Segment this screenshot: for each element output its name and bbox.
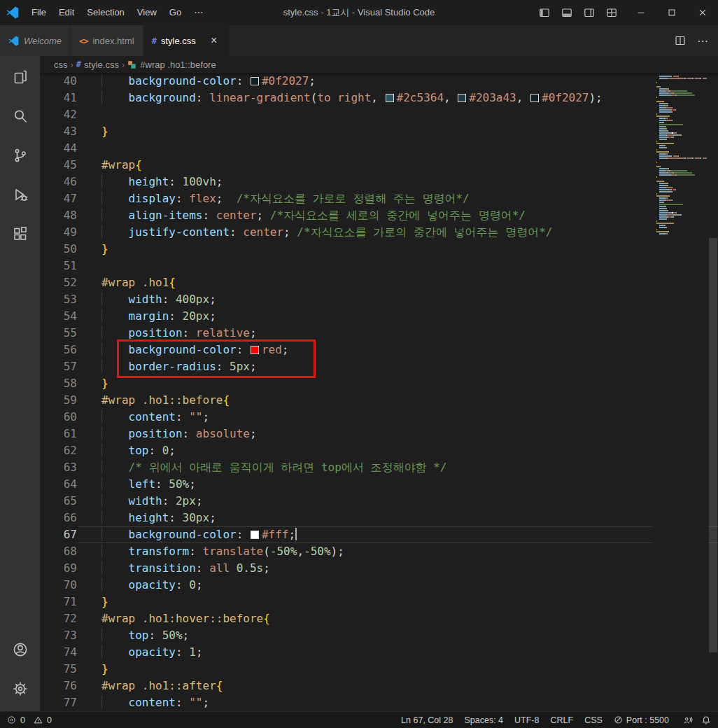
code-line[interactable]: 63 /* 위에서 아래로 움직이게 하려면 top에서 조정해야함 */ bbox=[40, 459, 718, 476]
code-line[interactable]: 45#wrap{ bbox=[40, 157, 718, 174]
vertical-scrollbar[interactable] bbox=[708, 73, 718, 711]
split-editor-icon[interactable] bbox=[675, 35, 686, 46]
status-eol[interactable]: CRLF bbox=[550, 715, 573, 725]
status-language-mode[interactable]: CSS bbox=[584, 715, 603, 725]
toggle-panel-icon[interactable] bbox=[557, 3, 577, 22]
line-number[interactable]: 50 bbox=[40, 241, 77, 258]
code-line[interactable]: 69 transition: all 0.5s; bbox=[40, 560, 718, 577]
code-line[interactable]: 76#wrap .ho1::after{ bbox=[40, 678, 718, 694]
explorer-icon[interactable] bbox=[0, 57, 40, 97]
status-encoding[interactable]: UTF-8 bbox=[514, 715, 539, 725]
scrollbar-thumb[interactable] bbox=[709, 238, 717, 652]
code-line[interactable]: 64 left: 50%; bbox=[40, 476, 718, 493]
line-number[interactable]: 52 bbox=[40, 274, 77, 291]
line-number[interactable]: 61 bbox=[40, 426, 77, 442]
line-number[interactable]: 66 bbox=[40, 510, 77, 526]
menu-view[interactable]: View bbox=[131, 4, 163, 22]
status-cursor-position[interactable]: Ln 67, Col 28 bbox=[401, 715, 453, 725]
toggle-secondary-sidebar-icon[interactable] bbox=[579, 3, 599, 22]
editor[interactable]: 40 background-color: #0f2027;41 backgrou… bbox=[40, 73, 718, 711]
breadcrumb-item[interactable]: #wrap .ho1::before bbox=[127, 59, 216, 70]
tab-welcome[interactable]: Welcome bbox=[0, 25, 71, 56]
minimize-button[interactable] bbox=[626, 0, 656, 25]
code-line[interactable]: 60 content: ""; bbox=[40, 409, 718, 426]
code-line[interactable]: 42 bbox=[40, 106, 718, 123]
status-problems[interactable]: 0 0 bbox=[7, 715, 57, 725]
code-line[interactable]: 54 margin: 20px; bbox=[40, 308, 718, 325]
breadcrumb-item[interactable]: css bbox=[54, 59, 68, 70]
line-number[interactable]: 55 bbox=[40, 325, 77, 342]
code-line[interactable]: 49 justify-content: center; /*자식요소를 가로의 … bbox=[40, 224, 718, 241]
accounts-icon[interactable] bbox=[0, 630, 40, 669]
line-number[interactable]: 64 bbox=[40, 476, 77, 493]
code-line[interactable]: 71} bbox=[40, 594, 718, 610]
code-line[interactable]: 70 opacity: 0; bbox=[40, 577, 718, 594]
line-number[interactable]: 60 bbox=[40, 409, 77, 426]
code-line[interactable]: 74 opacity: 1; bbox=[40, 644, 718, 661]
toggle-sidebar-icon[interactable] bbox=[535, 3, 554, 22]
code-line[interactable]: 73 top: 50%; bbox=[40, 627, 718, 644]
code-line[interactable]: 59#wrap .ho1::before{ bbox=[40, 392, 718, 409]
line-number[interactable]: 71 bbox=[40, 594, 77, 610]
line-number[interactable]: 58 bbox=[40, 375, 77, 392]
line-number[interactable]: 75 bbox=[40, 661, 77, 678]
code-line[interactable]: 53 width: 400px; bbox=[40, 291, 718, 308]
line-number[interactable]: 72 bbox=[40, 610, 77, 627]
extensions-icon[interactable] bbox=[0, 214, 40, 253]
close-tab-icon[interactable]: × bbox=[208, 34, 220, 47]
minimap[interactable] bbox=[652, 73, 708, 711]
line-number[interactable]: 46 bbox=[40, 174, 77, 190]
menu-edit[interactable]: Edit bbox=[52, 4, 80, 22]
line-number[interactable]: 47 bbox=[40, 190, 77, 207]
breadcrumb-item[interactable]: #style.css bbox=[76, 59, 119, 70]
code-line[interactable]: 44 bbox=[40, 140, 718, 157]
close-window-button[interactable] bbox=[687, 0, 718, 25]
line-number[interactable]: 41 bbox=[40, 90, 77, 106]
code-line[interactable]: 41 background: linear-gradient(to right,… bbox=[40, 90, 718, 106]
line-number[interactable]: 70 bbox=[40, 577, 77, 594]
line-number[interactable]: 45 bbox=[40, 157, 77, 174]
menu-selection[interactable]: Selection bbox=[80, 4, 130, 22]
menu-go[interactable]: Go bbox=[163, 4, 188, 22]
code-line[interactable]: 55 position: relative; bbox=[40, 325, 718, 342]
line-number[interactable]: 76 bbox=[40, 678, 77, 694]
line-number[interactable]: 62 bbox=[40, 442, 77, 459]
line-number[interactable]: 59 bbox=[40, 392, 77, 409]
code-line[interactable]: 56 background-color: red; bbox=[40, 342, 718, 358]
code-line[interactable]: 50} bbox=[40, 241, 718, 258]
status-live-server-port[interactable]: Port : 5500 bbox=[614, 715, 669, 725]
menu-more[interactable]: ⋯ bbox=[188, 4, 209, 22]
code-line[interactable]: 68 transform: translate(-50%,-50%); bbox=[40, 543, 718, 560]
code-line[interactable]: 46 height: 100vh; bbox=[40, 174, 718, 190]
line-number[interactable]: 49 bbox=[40, 224, 77, 241]
line-number[interactable]: 73 bbox=[40, 627, 77, 644]
run-debug-icon[interactable] bbox=[0, 175, 40, 214]
line-number[interactable]: 44 bbox=[40, 140, 77, 157]
line-number[interactable]: 43 bbox=[40, 123, 77, 140]
code-line[interactable]: 58} bbox=[40, 375, 718, 392]
code-line[interactable]: 61 position: absolute; bbox=[40, 426, 718, 442]
code-line[interactable]: 72#wrap .ho1:hover::before{ bbox=[40, 610, 718, 627]
line-number[interactable]: 54 bbox=[40, 308, 77, 325]
code-line[interactable]: 51 bbox=[40, 258, 718, 274]
code-line[interactable]: 65 width: 2px; bbox=[40, 493, 718, 510]
feedback-icon[interactable] bbox=[683, 715, 693, 725]
line-number[interactable]: 77 bbox=[40, 694, 77, 711]
code-line[interactable]: 48 align-items: center; /*자식요소를 세로의 중간에 … bbox=[40, 207, 718, 224]
tab-index-html[interactable]: <>index.html bbox=[71, 25, 143, 56]
customize-layout-icon[interactable] bbox=[602, 3, 621, 22]
status-indentation[interactable]: Spaces: 4 bbox=[464, 715, 503, 725]
line-number[interactable]: 40 bbox=[40, 73, 77, 90]
notifications-bell-icon[interactable] bbox=[701, 715, 711, 725]
code-line[interactable]: 66 height: 30px; bbox=[40, 510, 718, 526]
code-line[interactable]: 47 display: flex; /*자식요소를 가로로 정렬해 주는 명령어… bbox=[40, 190, 718, 207]
line-number[interactable]: 56 bbox=[40, 342, 77, 358]
line-number[interactable]: 57 bbox=[40, 358, 77, 375]
code-line[interactable]: 62 top: 0; bbox=[40, 442, 718, 459]
line-number[interactable]: 68 bbox=[40, 543, 77, 560]
line-number[interactable]: 63 bbox=[40, 459, 77, 476]
menu-file[interactable]: File bbox=[25, 4, 52, 22]
line-number[interactable]: 74 bbox=[40, 644, 77, 661]
code-line[interactable]: 40 background-color: #0f2027; bbox=[40, 73, 718, 90]
settings-gear-icon[interactable] bbox=[0, 669, 40, 708]
